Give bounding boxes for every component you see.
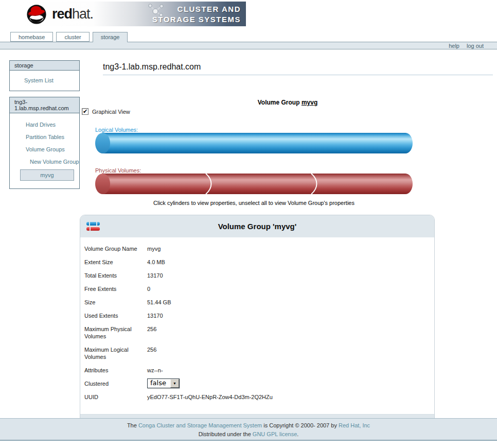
property-row: Extent Size4.0 MB — [80, 255, 434, 269]
clustered-select-value: false — [148, 379, 170, 388]
sidebar-item-new-volume-group[interactable]: New Volume Group — [10, 156, 79, 168]
property-row: UUIDyEdO77-SF1T-uQhU-ENpR-Zow4-Dd3m-2Q2H… — [80, 390, 434, 404]
banner-title: CLUSTER AND STORAGE SYSTEMS — [152, 4, 241, 25]
panel-header: Volume Group 'myvg' — [80, 215, 434, 237]
logical-volume-cylinder-cap — [95, 133, 110, 153]
property-row: Used Extents13170 — [80, 309, 434, 322]
physical-volume-segment-dividers — [95, 174, 413, 194]
volume-group-panel: Volume Group 'myvg' Volume Group Namemyv… — [80, 215, 435, 435]
sidebar-storage-title: storage — [10, 61, 79, 71]
sidebar-item-system-list[interactable]: System List — [24, 77, 54, 83]
sidebar-system-title: tng3-1.lab.msp.redhat.com — [10, 97, 79, 113]
gpl-license-link[interactable]: GNU GPL license — [253, 431, 297, 437]
graphical-view-label: Graphical View — [92, 109, 130, 115]
physical-volume-cylinder[interactable] — [95, 174, 413, 194]
panel-body: Volume Group Namemyvg Extent Size4.0 MB … — [80, 237, 434, 414]
checkmark-icon: ✔ — [83, 109, 87, 114]
tab-cluster[interactable]: cluster — [56, 32, 89, 42]
cylinder-caption: Click cylinders to view properties, unse… — [95, 200, 413, 206]
clustered-select[interactable]: false ▼ — [147, 378, 180, 388]
property-row: Free Extents0 — [80, 282, 434, 296]
sidebar-item-volume-groups[interactable]: Volume Groups — [10, 143, 79, 156]
property-row: Maximum Physical Volumes256 — [80, 322, 434, 343]
panel-title: Volume Group 'myvg' — [218, 222, 297, 231]
property-row: Attributeswz--n- — [80, 364, 434, 377]
tab-storage[interactable]: storage — [93, 32, 128, 42]
page-footer: The Conga Cluster and Storage Management… — [0, 418, 497, 441]
sidebar-item-partition-tables[interactable]: Partition Tables — [10, 131, 79, 143]
tab-homebase[interactable]: homebase — [10, 32, 53, 42]
graphical-view-checkbox[interactable]: ✔ — [82, 108, 88, 115]
volume-group-heading: Volume Group myvg — [82, 99, 493, 106]
redhat-link[interactable]: Red Hat, Inc — [339, 422, 370, 428]
logical-volume-cylinder-body[interactable] — [102, 133, 413, 153]
logical-volume-cylinder[interactable] — [95, 133, 413, 153]
page-title: tng3-1.lab.msp.redhat.com — [103, 62, 493, 75]
session-bar: help log out — [0, 42, 497, 49]
graphical-view-row: ✔ Graphical View — [82, 108, 130, 115]
sidebar-item-myvg[interactable]: myvg — [20, 169, 74, 181]
sidebar-item-hard-drives[interactable]: Hard Drives — [10, 118, 79, 131]
property-row: Maximum Logical Volumes256 — [80, 343, 434, 364]
help-link[interactable]: help — [449, 43, 459, 49]
copyright-line: The Conga Cluster and Storage Management… — [0, 422, 497, 428]
logout-link[interactable]: log out — [467, 43, 484, 49]
license-line: Distributed under the GNU GPL license. — [0, 431, 497, 437]
main-tabs: homebase cluster storage — [10, 32, 128, 42]
volume-group-icon — [86, 222, 100, 232]
physical-volumes-label: Physical Volumes: — [95, 167, 141, 174]
property-row: Total Extents13170 — [80, 269, 434, 282]
redhat-wordmark: redhat. — [52, 6, 93, 22]
sidebar-system-box: tng3-1.lab.msp.redhat.com Hard Drives Pa… — [9, 97, 80, 189]
redhat-logo-icon — [26, 3, 47, 25]
volume-group-name-link[interactable]: myvg — [301, 99, 317, 106]
logical-volumes-label: Logical Volumes: — [95, 127, 138, 133]
header-banner: redhat. CLUSTER AND STORAGE SYSTEMS — [14, 2, 246, 26]
property-row: Volume Group Namemyvg — [80, 242, 434, 255]
conga-link[interactable]: Conga Cluster and Storage Management Sys… — [138, 422, 262, 428]
dropdown-arrow-icon[interactable]: ▼ — [170, 379, 179, 388]
property-row-clustered: Clustered false ▼ — [80, 377, 434, 390]
property-row: Size51.44 GB — [80, 296, 434, 309]
sidebar-storage-box: storage System List — [9, 60, 80, 91]
